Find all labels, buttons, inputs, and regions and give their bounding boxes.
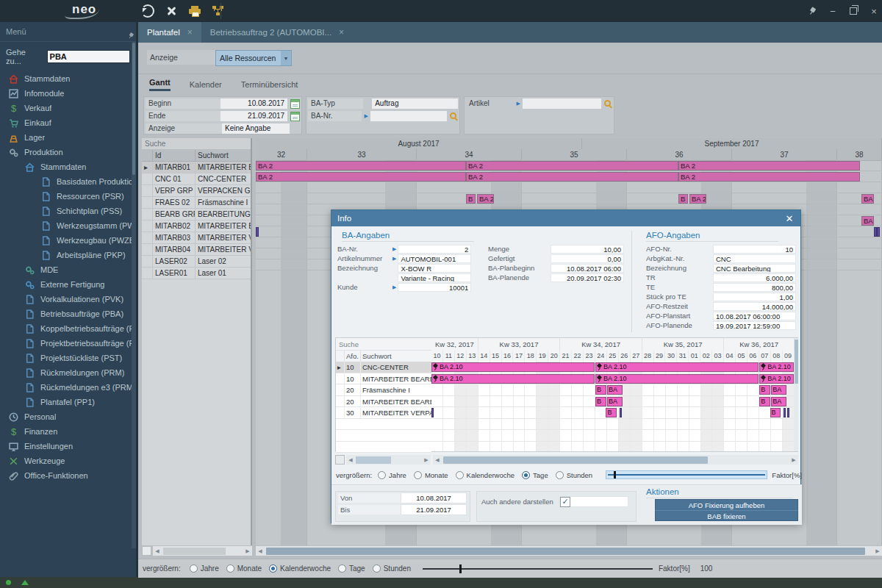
scroll-right-icon[interactable]: ▶ bbox=[243, 548, 252, 554]
afo-week-header[interactable]: Kw 34, 2017 bbox=[560, 338, 642, 351]
week-header[interactable]: 38 bbox=[837, 149, 882, 160]
row-selector[interactable] bbox=[142, 209, 153, 220]
afo-gantt-bar[interactable]: BA 2.10 bbox=[759, 374, 794, 384]
table-row[interactable]: LASER02Laser 02 bbox=[142, 256, 251, 268]
afo-gantt-bar[interactable]: BA 2.10 bbox=[431, 362, 595, 372]
row-selector[interactable] bbox=[142, 197, 153, 208]
gantt-bar[interactable]: BA 2 bbox=[477, 194, 494, 204]
week-header[interactable]: 36 bbox=[627, 149, 732, 160]
afo-table-row[interactable]: 20Fräsmaschine I bbox=[336, 384, 431, 396]
dialog-close-icon[interactable]: ✕ bbox=[783, 212, 796, 225]
row-selector[interactable] bbox=[142, 185, 153, 196]
afo-day-header[interactable]: 17 bbox=[513, 351, 525, 362]
reference-arrow-icon[interactable]: ▶ bbox=[392, 284, 396, 290]
afo-week-header[interactable]: Kw 36, 2017 bbox=[724, 338, 795, 351]
afo-chart-h-scrollbar[interactable]: ◀ ▶ bbox=[433, 455, 798, 465]
sidebar-item-verkauf[interactable]: $Verkauf bbox=[0, 101, 136, 115]
sidebar-item-produktion[interactable]: Produktion bbox=[0, 145, 136, 159]
row-selector[interactable] bbox=[336, 384, 345, 395]
week-header[interactable]: 34 bbox=[417, 149, 522, 160]
sidebar-item-vorkalkulationen-pvk-[interactable]: Vorkalkulationen (PVK) bbox=[0, 292, 136, 306]
afo-gantt-bar[interactable] bbox=[431, 408, 434, 417]
afo-gantt-bar[interactable]: B bbox=[595, 385, 606, 395]
afo-day-header[interactable]: 13 bbox=[467, 351, 478, 362]
sidebar-item-koppelbetriebsauftr-ge-pbak-[interactable]: Koppelbetriebsaufträge (PBAK) bbox=[0, 321, 136, 336]
bis-field[interactable]: 21.09.2017 bbox=[401, 504, 467, 515]
sidebar-item-projektbetriebsauftr-ge-prb-[interactable]: Projektbetriebsaufträge (PRB) bbox=[0, 336, 136, 351]
scroll-right-icon[interactable]: ▶ bbox=[873, 548, 882, 554]
field-value[interactable]: 1,00 bbox=[713, 293, 796, 301]
sidebar-item-office-funktionen[interactable]: Office-Funktionen bbox=[0, 468, 136, 483]
column-header-suchwort[interactable]: Suchwort bbox=[196, 150, 251, 161]
afo-gantt-bar[interactable]: B bbox=[606, 408, 617, 417]
anzeige-filter-field[interactable]: Keine Angabe bbox=[222, 123, 290, 134]
workflow-icon[interactable] bbox=[212, 4, 225, 18]
minimize-icon[interactable]: − bbox=[828, 6, 838, 16]
table-row[interactable]: MITARB03MITARBEITER VERPACKEN bbox=[142, 232, 251, 244]
ba-typ-field[interactable]: Auftrag bbox=[372, 98, 458, 109]
sidebar-item-lager[interactable]: Lager bbox=[0, 130, 136, 145]
afo-chart-h-scrollbar-thumb[interactable] bbox=[443, 456, 708, 464]
gantt-bar[interactable]: BA 2 bbox=[689, 194, 706, 204]
sidebar-item-schichtplan-pss-[interactable]: Schichtplan (PSS) bbox=[0, 204, 136, 218]
reference-arrow-icon[interactable]: ▶ bbox=[517, 101, 520, 107]
table-row[interactable]: ▸MITARB01MITARBEITER BEARBEITUNG bbox=[142, 162, 251, 173]
afo-day-header[interactable]: 09 bbox=[783, 351, 795, 362]
afo-day-header[interactable]: 31 bbox=[677, 351, 689, 362]
sidebar-item-finanzen[interactable]: $Finanzen bbox=[0, 424, 136, 439]
scroll-corner-box[interactable] bbox=[335, 455, 345, 465]
afo-day-header[interactable]: 10 bbox=[431, 351, 443, 362]
close-icon[interactable]: × bbox=[869, 6, 879, 16]
gantt-bar[interactable]: BA 2 bbox=[861, 194, 874, 204]
field-value[interactable]: CNC Bearbeitung bbox=[713, 264, 796, 273]
gantt-bar[interactable] bbox=[877, 227, 880, 237]
sidebar-item-stammdaten[interactable]: Stammdaten bbox=[0, 71, 136, 86]
scroll-left-icon[interactable]: ◀ bbox=[346, 457, 355, 463]
sidebar-item-mde[interactable]: MDE bbox=[0, 262, 136, 277]
afo-day-header[interactable]: 20 bbox=[548, 351, 560, 362]
radio-monate[interactable] bbox=[226, 564, 234, 573]
afo-gantt-bar[interactable]: B bbox=[759, 397, 770, 406]
afo-day-header[interactable]: 24 bbox=[595, 351, 607, 362]
field-value[interactable]: 14.000,00 bbox=[713, 302, 796, 311]
column-header-suchwort[interactable]: Suchwort bbox=[361, 351, 431, 362]
field-value[interactable]: 10,00 bbox=[551, 245, 624, 254]
field-value[interactable]: 20.09.2017 02:30 bbox=[551, 273, 624, 282]
afo-gantt-bar[interactable] bbox=[620, 408, 622, 417]
column-header-id[interactable]: Id bbox=[153, 150, 196, 161]
ressourcen-dropdown[interactable]: Alle Ressourcen ▼ bbox=[215, 50, 292, 66]
tab-gantt[interactable]: Gantt bbox=[149, 78, 171, 91]
afo-table-h-scrollbar-thumb[interactable] bbox=[356, 456, 391, 464]
table-row[interactable]: LASER01Laser 01 bbox=[142, 268, 251, 279]
row-selector[interactable] bbox=[142, 268, 153, 279]
gantt-bar[interactable]: BA 2 bbox=[678, 172, 860, 182]
afo-day-header[interactable]: 11 bbox=[443, 351, 455, 362]
afo-gantt-bar[interactable]: BA bbox=[771, 385, 786, 395]
auch-andere-checkbox[interactable]: ✓ bbox=[560, 497, 570, 507]
radio-jahre[interactable] bbox=[190, 564, 198, 573]
afo-gantt-bar[interactable]: BA 2.10 bbox=[431, 374, 595, 384]
afo-gantt-bar[interactable] bbox=[784, 408, 786, 417]
sidebar-item-personal[interactable]: Personal bbox=[0, 409, 136, 424]
column-header-afo[interactable]: Afo. bbox=[345, 351, 361, 362]
reference-arrow-icon[interactable]: ▶ bbox=[392, 256, 396, 262]
afo-day-header[interactable]: 29 bbox=[654, 351, 666, 362]
field-value[interactable]: Variante - Racing bbox=[398, 273, 471, 282]
sidebar-item-ressourcen-psr-[interactable]: Ressourcen (PSR) bbox=[0, 189, 136, 204]
week-header[interactable]: 35 bbox=[522, 149, 627, 160]
table-h-scrollbar[interactable]: ◀ ▶ bbox=[153, 546, 252, 556]
week-header[interactable]: 32 bbox=[256, 149, 307, 160]
tools-icon[interactable] bbox=[165, 4, 178, 18]
afo-fixierung-aufheben-button[interactable]: AFO Fixierung aufheben bbox=[655, 499, 798, 511]
sidebar-item-werkzeugstamm-pw-[interactable]: Werkzeugstamm (PW) bbox=[0, 218, 136, 233]
afo-week-header[interactable]: Kw 32, 2017 bbox=[431, 338, 478, 351]
bab-fixieren-button[interactable]: BAB fixieren bbox=[655, 510, 798, 521]
afo-table-row[interactable]: 30MITARBEITER VERPACKEN bbox=[336, 407, 431, 419]
field-value[interactable]: 10001 bbox=[398, 283, 471, 292]
tab-close-icon[interactable]: × bbox=[187, 27, 193, 37]
afo-gantt-bar[interactable]: BA bbox=[771, 397, 786, 406]
sidebar-item-werkzeuge[interactable]: Werkzeuge bbox=[0, 453, 136, 468]
afo-gantt-v-scrollbar[interactable] bbox=[795, 338, 798, 451]
gantt-bar[interactable]: B bbox=[678, 194, 688, 204]
sidebar-item-externe-fertigung[interactable]: Externe Fertigung bbox=[0, 277, 136, 292]
